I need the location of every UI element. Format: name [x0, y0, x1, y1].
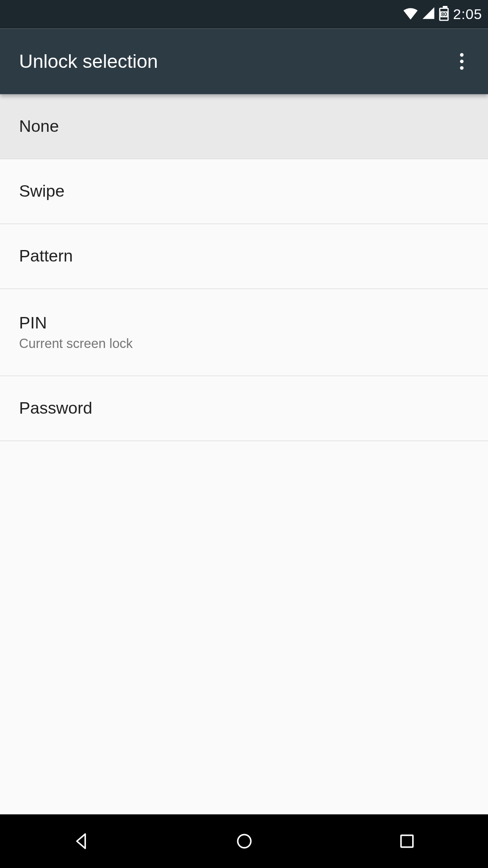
more-vert-icon: [460, 53, 463, 70]
option-label: None: [19, 117, 469, 136]
status-bar: 80 2:05: [0, 0, 488, 29]
svg-point-0: [238, 835, 251, 848]
recent-icon: [397, 832, 416, 851]
option-pattern[interactable]: Pattern: [0, 224, 488, 289]
recent-apps-button[interactable]: [371, 823, 443, 859]
screen: 80 2:05 Unlock selection None Swipe Patt…: [0, 0, 488, 868]
navigation-bar: [0, 814, 488, 868]
clock: 2:05: [453, 6, 482, 22]
option-pin[interactable]: PIN Current screen lock: [0, 289, 488, 376]
unlock-options-list: None Swipe Pattern PIN Current screen lo…: [0, 94, 488, 814]
option-none[interactable]: None: [0, 94, 488, 159]
battery-level: 80: [441, 11, 448, 17]
option-label: Password: [19, 399, 469, 418]
option-subtitle: Current screen lock: [19, 336, 469, 352]
home-icon: [233, 830, 255, 852]
option-swipe[interactable]: Swipe: [0, 159, 488, 224]
back-button[interactable]: [46, 823, 117, 859]
app-bar: Unlock selection: [0, 29, 488, 95]
cellular-signal-icon: [422, 6, 435, 22]
wifi-icon: [403, 6, 419, 22]
svg-rect-1: [401, 835, 413, 847]
page-title: Unlock selection: [19, 50, 158, 72]
option-password[interactable]: Password: [0, 376, 488, 441]
more-options-button[interactable]: [447, 47, 476, 76]
battery-icon: 80: [439, 7, 449, 22]
option-label: Swipe: [19, 182, 469, 201]
empty-space: [0, 441, 488, 815]
home-button[interactable]: [208, 823, 280, 859]
back-icon: [71, 830, 92, 852]
option-label: PIN: [19, 313, 469, 332]
option-label: Pattern: [19, 247, 469, 266]
